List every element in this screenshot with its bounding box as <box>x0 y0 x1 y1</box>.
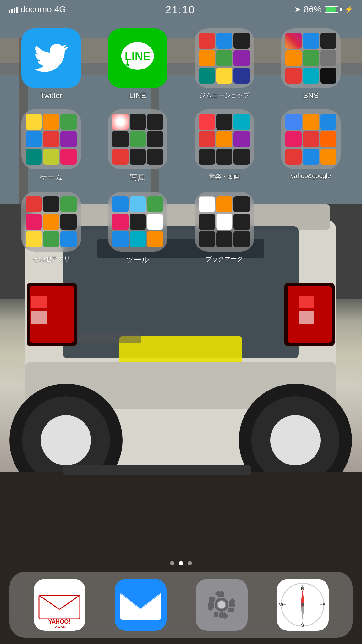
line-label: LINE <box>129 91 146 100</box>
app-music-video[interactable]: 音楽・動画 <box>183 109 266 182</box>
page-dot-2[interactable] <box>179 561 183 565</box>
tools-label: ツール <box>126 255 149 265</box>
app-twitter[interactable]: Twitter <box>9 28 93 100</box>
svg-rect-54 <box>228 608 234 612</box>
svg-text:W: W <box>279 602 283 607</box>
mail-icon <box>115 579 167 631</box>
sns-label: SNS <box>303 91 319 100</box>
other-folder-icon <box>21 192 81 252</box>
page-dot-1[interactable] <box>170 561 174 565</box>
dock: YAHOO! JAPAN <box>9 572 353 638</box>
app-line[interactable]: LINE LINE <box>96 28 180 100</box>
svg-rect-29 <box>63 465 251 475</box>
battery-percent: 86% <box>304 4 321 14</box>
network-label: 4G <box>54 4 66 14</box>
dock-settings[interactable] <box>196 579 248 631</box>
svg-rect-12 <box>31 296 47 308</box>
svg-rect-17 <box>299 311 314 324</box>
photos-folder-icon <box>108 109 167 169</box>
svg-point-26 <box>270 415 321 465</box>
line-icon: LINE <box>108 28 167 88</box>
charging-icon: ⚡ <box>345 5 353 14</box>
location-icon: ➤ <box>294 5 301 14</box>
svg-rect-56 <box>214 612 218 617</box>
twitter-label: Twitter <box>40 91 62 100</box>
svg-rect-19 <box>79 333 141 343</box>
games-folder-icon <box>21 109 81 169</box>
bookmarks-label: ブックマーク <box>206 255 243 263</box>
app-bookmarks[interactable]: ブックマーク <box>183 192 266 265</box>
svg-text:LINE: LINE <box>125 50 151 63</box>
yahoo-google-label: yahoo&google <box>291 172 331 180</box>
svg-point-60 <box>218 601 225 608</box>
yahoo-google-folder-icon <box>281 109 341 169</box>
music-folder-icon <box>195 109 254 169</box>
sns-folder-icon <box>281 28 341 88</box>
other-label: その他アプリ <box>32 255 70 263</box>
jimny-shop-label: ジムニーショップ <box>199 91 250 100</box>
svg-rect-13 <box>31 311 47 324</box>
photos-label: 写真 <box>130 172 145 182</box>
page-dot-3[interactable] <box>188 561 192 565</box>
jimny-shop-folder-icon <box>195 28 254 88</box>
yahoo-mail-icon: YAHOO! JAPAN <box>34 579 85 631</box>
bookmarks-folder-icon <box>195 192 254 252</box>
app-grid: Twitter LINE LINE ジムニー <box>0 22 362 271</box>
time-display: 21:10 <box>165 3 195 16</box>
app-other[interactable]: その他アプリ <box>9 192 93 265</box>
carrier-label: docomo <box>20 4 52 14</box>
tools-folder-icon <box>108 192 167 252</box>
page-dots <box>0 561 362 565</box>
svg-text:JAPAN: JAPAN <box>52 625 66 628</box>
games-label: ゲーム <box>40 172 63 182</box>
settings-icon <box>196 579 248 631</box>
svg-rect-58 <box>209 597 215 602</box>
app-tools[interactable]: ツール <box>96 192 180 265</box>
app-photos[interactable]: 写真 <box>96 109 180 182</box>
svg-rect-35 <box>39 595 80 619</box>
app-yahoo-google[interactable]: yahoo&google <box>269 109 353 182</box>
status-left: docomo 4G <box>9 4 66 14</box>
dock-safari[interactable]: N S E W <box>277 579 329 631</box>
app-jimny-shop[interactable]: ジムニーショップ <box>183 28 266 100</box>
svg-text:S: S <box>301 623 304 628</box>
svg-text:E: E <box>322 602 325 607</box>
music-label: 音楽・動画 <box>209 172 240 181</box>
svg-rect-16 <box>299 296 314 308</box>
app-sns[interactable]: SNS <box>269 28 353 100</box>
svg-point-74 <box>301 603 304 606</box>
status-right: ➤ 86% ⚡ <box>294 4 353 14</box>
twitter-icon <box>21 28 81 88</box>
signal-bars <box>9 6 18 13</box>
safari-icon: N S E W <box>277 579 329 631</box>
svg-point-23 <box>41 415 91 465</box>
dock-mail[interactable] <box>115 579 167 631</box>
status-bar: docomo 4G 21:10 ➤ 86% ⚡ <box>0 0 362 19</box>
battery-icon <box>325 6 342 13</box>
svg-text:YAHOO!: YAHOO! <box>48 619 70 625</box>
dock-yahoo-mail[interactable]: YAHOO! JAPAN <box>34 579 85 631</box>
app-games[interactable]: ゲーム <box>9 109 93 182</box>
